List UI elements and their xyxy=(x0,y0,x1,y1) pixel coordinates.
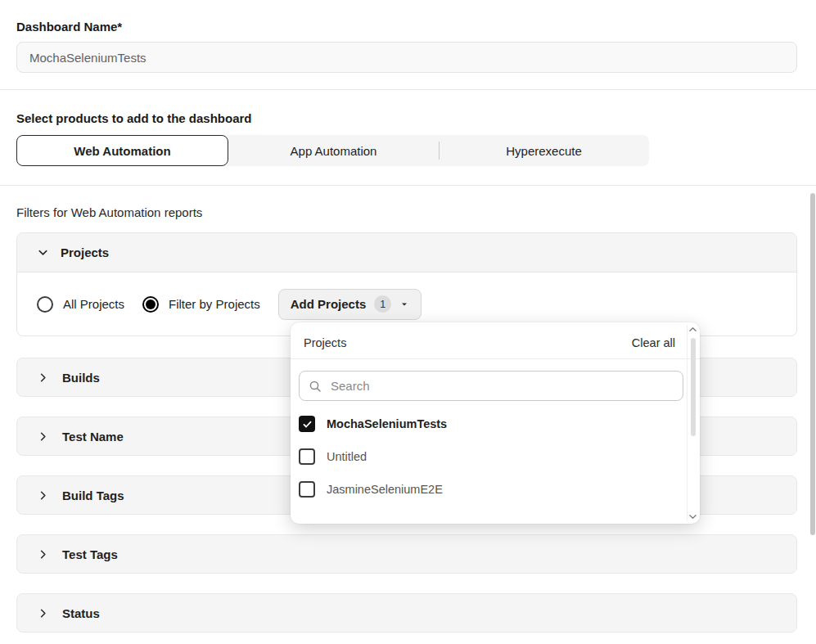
clear-all-button[interactable]: Clear all xyxy=(632,336,675,349)
projects-accordion-header[interactable]: Projects xyxy=(17,233,796,272)
chevron-right-icon xyxy=(37,372,49,384)
project-item-label: Untitled xyxy=(327,450,367,463)
checkbox-checked-icon[interactable] xyxy=(299,416,315,432)
project-item-label: MochaSeleniumTests xyxy=(327,417,447,430)
divider xyxy=(0,185,816,186)
accordion-label: Test Name xyxy=(62,430,124,444)
projects-accordion-title: Projects xyxy=(61,245,109,259)
radio-option-filter-by-projects[interactable]: Filter by Projects xyxy=(142,296,260,313)
page-scrollbar[interactable] xyxy=(810,0,815,644)
checkbox-unchecked-icon[interactable] xyxy=(299,448,315,465)
filters-heading: Filters for Web Automation reports xyxy=(16,205,797,219)
accordion-label: Status xyxy=(62,606,100,620)
product-tabs: Web Automation App Automation Hyperexecu… xyxy=(16,135,649,166)
chevron-right-icon xyxy=(37,548,49,561)
project-list-item[interactable]: Untitled xyxy=(299,440,700,473)
tab-app-automation[interactable]: App Automation xyxy=(228,135,439,166)
accordion-label: Build Tags xyxy=(62,489,124,502)
tab-label: App Automation xyxy=(291,144,377,158)
projects-dropdown: Projects Clear all MochaSeleniumTests Un… xyxy=(291,322,700,524)
project-list-item[interactable]: MochaSeleniumTests xyxy=(299,408,700,440)
radio-label: All Projects xyxy=(63,297,124,311)
tab-label: Hyperexecute xyxy=(506,144,582,158)
dropdown-header: Projects Clear all xyxy=(291,322,700,359)
projects-section: Projects All Projects Filter by Projects… xyxy=(16,232,797,336)
chevron-right-icon xyxy=(37,489,49,502)
tab-label: Web Automation xyxy=(74,144,170,158)
tab-hyperexecute[interactable]: Hyperexecute xyxy=(439,135,649,166)
scroll-down-arrow-icon[interactable] xyxy=(688,513,697,520)
accordion-label: Builds xyxy=(62,371,100,385)
project-search-input[interactable] xyxy=(329,378,674,394)
divider xyxy=(0,89,816,90)
add-projects-label: Add Projects xyxy=(291,297,367,311)
dashboard-form: Dashboard Name* xyxy=(0,0,816,73)
add-projects-button[interactable]: Add Projects 1 xyxy=(278,289,422,320)
chevron-right-icon xyxy=(37,607,49,619)
chevron-down-icon xyxy=(37,246,49,259)
caret-down-icon xyxy=(399,299,409,309)
accordion-label: Test Tags xyxy=(62,547,118,561)
radio-label: Filter by Projects xyxy=(169,297,260,311)
selected-count-badge: 1 xyxy=(374,295,391,313)
dropdown-scrollbar-thumb[interactable] xyxy=(691,338,696,436)
radio-option-all-projects[interactable]: All Projects xyxy=(37,296,124,313)
accordion-status[interactable]: Status xyxy=(16,593,797,633)
dashboard-name-label: Dashboard Name* xyxy=(16,0,797,34)
project-list-item[interactable]: JasmineSeleniumE2E xyxy=(299,473,700,506)
project-item-label: JasmineSeleniumE2E xyxy=(327,483,443,496)
project-list: MochaSeleniumTests Untitled JasmineSelen… xyxy=(291,401,700,506)
tab-web-automation[interactable]: Web Automation xyxy=(16,135,228,166)
dashboard-name-input[interactable] xyxy=(16,42,797,73)
page-scrollbar-thumb[interactable] xyxy=(810,193,815,535)
radio-selected-icon xyxy=(142,296,159,313)
project-search-box xyxy=(299,371,683,401)
dropdown-scrollbar[interactable] xyxy=(687,325,697,521)
chevron-right-icon xyxy=(37,430,49,443)
scroll-up-arrow-icon[interactable] xyxy=(688,326,697,333)
radio-unselected-icon xyxy=(37,296,53,313)
select-products-label: Select products to add to the dashboard xyxy=(16,111,797,125)
tab-separator xyxy=(439,142,440,160)
dropdown-title: Projects xyxy=(304,336,346,349)
search-icon xyxy=(309,380,322,393)
accordion-test-tags[interactable]: Test Tags xyxy=(16,534,797,574)
checkbox-unchecked-icon[interactable] xyxy=(299,481,315,498)
